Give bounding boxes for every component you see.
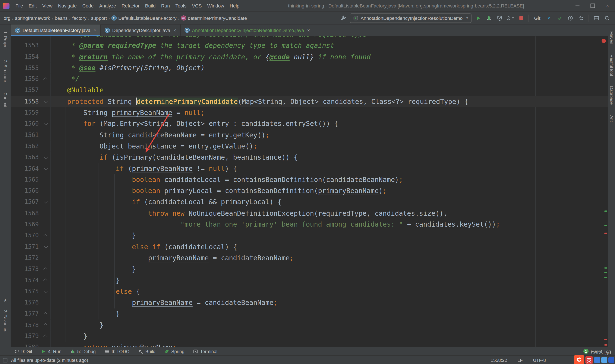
code-line-1552[interactable]: 1552 * (or candidate classes for lazy re… [11, 36, 608, 40]
edit-configurations-wrench-icon[interactable] [339, 14, 347, 22]
line-number[interactable]: 1552 [11, 36, 41, 40]
code-line-1579[interactable]: 1579 } [11, 330, 608, 342]
toolwindow-2-favorites[interactable]: 2: Favorites [3, 304, 8, 337]
breadcrumb-item-support[interactable]: support [90, 15, 108, 21]
code-line-1556[interactable]: 1556 */ [11, 74, 608, 85]
toolwindow-commit[interactable]: Commit [3, 88, 8, 113]
breadcrumb-item-factory[interactable]: factory [71, 15, 88, 21]
breadcrumb-item-org[interactable]: org [2, 15, 12, 21]
toolwindow-button-spring[interactable]: Spring [164, 349, 185, 354]
code-line-1577[interactable]: 1577 } [11, 308, 608, 319]
tab-DefaultListableBeanFactory.java[interactable]: CDefaultListableBeanFactory.java× [11, 25, 101, 36]
code-line-1569[interactable]: 1569 "more than one 'primary' bean found… [11, 219, 608, 230]
toolwindow-switcher-icon[interactable] [2, 357, 8, 363]
fold-column[interactable] [41, 74, 51, 85]
profiler-button[interactable]: ▼ [507, 14, 514, 22]
fold-column[interactable] [41, 163, 51, 174]
code-line-1573[interactable]: 1573 } [11, 263, 608, 275]
fold-column[interactable] [41, 196, 51, 208]
coverage-button[interactable] [496, 14, 504, 22]
code-line-1570[interactable]: 1570 } [11, 230, 608, 241]
code-line-1565[interactable]: 1565 boolean candidateLocal = containsBe… [11, 174, 608, 185]
breadcrumb-item-springframework[interactable]: springframework [14, 15, 51, 21]
stop-button[interactable] [517, 14, 525, 22]
fold-column[interactable] [41, 118, 51, 129]
fold-column[interactable] [41, 230, 51, 241]
fold-column[interactable] [41, 96, 51, 107]
toolwindow-7-structure[interactable]: 7: Structure [3, 55, 8, 87]
line-number[interactable]: 1556 [11, 74, 41, 85]
code-line-1567[interactable]: 1567 if (candidateLocal && primaryLocal)… [11, 196, 608, 208]
line-number[interactable]: 1580 [11, 342, 41, 347]
code-editor[interactable]: 1552 * (or candidate classes for lazy re… [11, 36, 608, 347]
breadcrumb-item-beans[interactable]: beans [53, 15, 69, 21]
line-number[interactable]: 1559 [11, 107, 41, 118]
menu-code[interactable]: Code [80, 3, 96, 9]
line-number[interactable]: 1567 [11, 196, 41, 208]
breadcrumb-item-determinePrimaryCandidate[interactable]: mdeterminePrimaryCandidate [180, 15, 248, 21]
menu-help[interactable]: Help [227, 3, 242, 9]
line-number[interactable]: 1571 [11, 241, 41, 252]
line-separator[interactable]: LF [517, 358, 523, 362]
fold-column[interactable] [41, 319, 51, 330]
code-line-1555[interactable]: 1555 * @see #isPrimary(String, Object) [11, 62, 608, 73]
maximize-button[interactable] [585, 0, 600, 12]
toolwindow-button-git[interactable]: 9: Git [14, 349, 32, 354]
fold-column[interactable] [41, 263, 51, 275]
fold-column[interactable] [41, 275, 51, 286]
code-line-1559[interactable]: 1559 String primaryBeanName = null; [11, 107, 608, 118]
code-line-1580[interactable]: 1580 return primaryBeanName; [11, 342, 608, 347]
toolwindow-1-project[interactable]: 1: Project [3, 26, 8, 55]
code-line-1558[interactable]: 1558 protected String determinePrimaryCa… [11, 96, 608, 107]
fold-column[interactable] [41, 308, 51, 319]
menu-window[interactable]: Window [205, 3, 227, 9]
file-encoding[interactable]: UTF-8 [533, 358, 546, 362]
fold-column[interactable] [41, 286, 51, 297]
line-number[interactable]: 1555 [11, 62, 41, 73]
code-line-1572[interactable]: 1572 primaryBeanName = candidateBeanName… [11, 252, 608, 263]
toolwindow-maven[interactable]: Maven [609, 26, 614, 49]
line-number[interactable]: 1579 [11, 330, 41, 342]
git-history-button[interactable] [566, 14, 574, 22]
menu-edit[interactable]: Edit [26, 3, 40, 9]
inspections-error-indicator[interactable] [602, 39, 606, 43]
git-commit-button[interactable] [556, 14, 564, 22]
line-number[interactable]: 1572 [11, 252, 41, 263]
code-line-1571[interactable]: 1571 else if (candidateLocal) { [11, 241, 608, 252]
code-line-1568[interactable]: 1568 throw new NoUniqueBeanDefinitionExc… [11, 208, 608, 219]
toolwindow-button-debug[interactable]: 5: Debug [70, 349, 96, 354]
code-line-1553[interactable]: 1553 * @param requiredType the target de… [11, 40, 608, 51]
line-number[interactable]: 1561 [11, 130, 41, 141]
close-icon[interactable]: × [174, 27, 176, 33]
line-number[interactable]: 1554 [11, 51, 41, 62]
git-rollback-button[interactable] [577, 14, 585, 22]
toolwindow-button-terminal[interactable]: Terminal [193, 349, 217, 354]
toolwindow-button-run[interactable]: 4: Run [41, 349, 62, 354]
line-number[interactable]: 1577 [11, 308, 41, 319]
line-number[interactable]: 1558 [11, 96, 41, 107]
code-line-1557[interactable]: 1557 @Nullable [11, 85, 608, 96]
tab-DependencyDescriptor.java[interactable]: CDependencyDescriptor.java× [101, 25, 180, 36]
menu-view[interactable]: View [40, 3, 55, 9]
fold-column[interactable] [41, 330, 51, 342]
line-number[interactable]: 1573 [11, 263, 41, 275]
code-line-1563[interactable]: 1563 if (isPrimary(candidateBeanName, be… [11, 152, 608, 163]
line-number[interactable]: 1570 [11, 230, 41, 241]
toolwindow-button-build[interactable]: Build [138, 349, 155, 354]
code-line-1566[interactable]: 1566 boolean primaryLocal = containsBean… [11, 185, 608, 196]
close-icon[interactable]: × [307, 27, 310, 33]
menu-navigate[interactable]: Navigate [55, 3, 80, 9]
vcs-status-message[interactable]: All files are up-to-date (2 minutes ago) [11, 358, 88, 362]
code-line-1562[interactable]: 1562 Object beanInstance = entry.getValu… [11, 141, 608, 152]
line-number[interactable]: 1575 [11, 286, 41, 297]
line-number[interactable]: 1578 [11, 319, 41, 330]
menu-vcs[interactable]: VCS [189, 3, 205, 9]
line-number[interactable]: 1560 [11, 118, 41, 129]
menu-refactor[interactable]: Refactor [119, 3, 142, 9]
code-line-1561[interactable]: 1561 String candidateBeanName = entry.ge… [11, 130, 608, 141]
code-line-1560[interactable]: 1560 for (Map.Entry<String, Object> entr… [11, 118, 608, 129]
line-number[interactable]: 1569 [11, 219, 41, 230]
line-number[interactable]: 1566 [11, 185, 41, 196]
code-line-1578[interactable]: 1578 } [11, 319, 608, 330]
caret-position[interactable]: 1558:22 [491, 358, 507, 362]
